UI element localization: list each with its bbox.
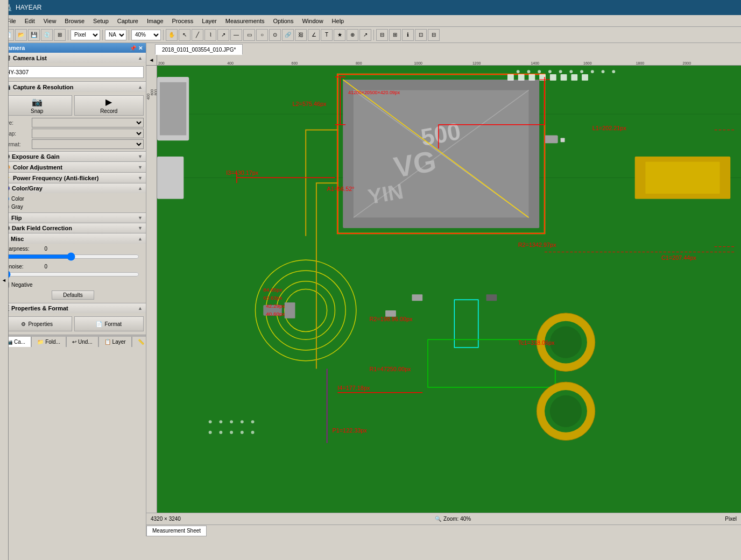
toolbar-layers[interactable]: ⊟ <box>376 29 388 41</box>
format-row: Format: <box>2 139 144 149</box>
doc-tab-main[interactable]: 2018_0101_003554_010.JPG* <box>155 44 243 55</box>
menu-view[interactable]: View <box>39 17 61 25</box>
toolbar-circle[interactable]: ⊙ <box>269 29 281 41</box>
gray-radio-label[interactable]: Gray <box>11 204 23 210</box>
menu-layer[interactable]: Layer <box>197 17 221 25</box>
negative-row: Negative <box>2 281 144 288</box>
toolbar-link[interactable]: 🔗 <box>282 29 294 41</box>
camera-device-item[interactable]: HY-3307 <box>2 66 144 78</box>
color-gray-content: Color Gray <box>0 193 146 212</box>
toolbar-grid[interactable]: ⊞ <box>54 29 66 41</box>
pin-icon[interactable]: 📌 <box>130 45 136 51</box>
toolbar-cursor[interactable]: ↖ <box>179 29 190 41</box>
format-select[interactable] <box>32 139 144 149</box>
menu-help[interactable]: Help <box>328 17 349 25</box>
toolbar-poly[interactable]: ⌇ <box>204 29 216 41</box>
toolbar-connect[interactable]: ⛓ <box>295 29 307 41</box>
properties-button[interactable]: ⚙ Properties <box>2 316 72 331</box>
toolbar-arrow[interactable]: ↗ <box>217 29 229 41</box>
sharpness-slider[interactable] <box>2 253 139 260</box>
toolbar-info[interactable]: ℹ <box>402 29 414 41</box>
tab-layer[interactable]: 📋 Layer <box>98 336 132 347</box>
tab-folder[interactable]: 📁 Fold... <box>31 336 66 347</box>
svg-rect-55 <box>528 74 535 81</box>
properties-btn-icon: ⚙ <box>21 321 26 327</box>
camera-list-content: HY-3307 <box>0 63 146 81</box>
live-select[interactable] <box>32 118 144 127</box>
toolbar-ellipse[interactable]: ○ <box>256 29 268 41</box>
defaults-button[interactable]: Defaults <box>52 290 94 300</box>
toolbar-window[interactable]: ⊟ <box>428 29 440 41</box>
camera-panel-header[interactable]: Camera 📌 ✕ <box>0 43 146 53</box>
exposure-collapse[interactable]: ▼ <box>138 154 143 159</box>
menu-measurements[interactable]: Measurements <box>221 17 269 25</box>
flip-header[interactable]: ↔ Flip ▼ <box>0 213 146 223</box>
zoom-select[interactable]: 40% <box>131 30 161 40</box>
pixel-select[interactable]: Pixel <box>70 30 100 40</box>
toolbar-grid2[interactable]: ⊞ <box>389 29 401 41</box>
properties-format-header[interactable]: 🖼 Properties & Format ▲ <box>0 303 146 313</box>
close-icon[interactable]: ✕ <box>138 45 143 51</box>
toolbar-line[interactable]: ╱ <box>192 29 203 41</box>
sep1 <box>68 30 68 40</box>
color-adj-header[interactable]: 🎨 Color Adjustment ▼ <box>0 162 146 172</box>
flip-collapse[interactable]: ▼ <box>138 215 143 221</box>
camera-list-header[interactable]: 🎥 Camera List ▲ <box>0 53 146 63</box>
toolbar-hand[interactable]: ✋ <box>166 29 178 41</box>
live-row: Live: <box>2 118 144 127</box>
toolbar-angle[interactable]: ∠ <box>308 29 320 41</box>
dark-field-header[interactable]: Dark Field Correction ▼ <box>0 223 146 233</box>
snap-select[interactable] <box>32 129 144 138</box>
record-button[interactable]: ▶ Record <box>74 95 144 116</box>
svg-point-22 <box>241 431 244 434</box>
na-select[interactable]: NA <box>105 30 126 40</box>
menu-setup[interactable]: Setup <box>89 17 113 25</box>
tab-undo[interactable]: ↩ Und... <box>66 336 98 347</box>
misc-header[interactable]: ⚙ Misc ▲ <box>0 233 146 244</box>
toolbar-star[interactable]: ★ <box>334 29 345 41</box>
power-freq-header[interactable]: ⚡ Power Frequency (Anti-flicker) ▼ <box>0 173 146 183</box>
toolbar-save2[interactable]: 💿 <box>41 29 53 41</box>
menu-image[interactable]: Image <box>143 17 168 25</box>
power-freq-collapse[interactable]: ▼ <box>138 175 143 181</box>
toolbar-open[interactable]: 📂 <box>15 29 27 41</box>
toolbar-text[interactable]: T <box>321 29 333 41</box>
menu-browse[interactable]: Browse <box>60 17 89 25</box>
menu-process[interactable]: Process <box>168 17 198 25</box>
misc-collapse[interactable]: ▲ <box>138 236 143 242</box>
capture-collapse[interactable]: ▲ <box>138 84 143 90</box>
camera-list-collapse[interactable]: ▲ <box>138 55 143 61</box>
toolbar-rect[interactable]: ▭ <box>243 29 255 41</box>
tab-mea[interactable]: 📏 Mea... <box>132 336 146 347</box>
color-adj-collapse[interactable]: ▼ <box>138 165 143 170</box>
format-button[interactable]: 📄 Format <box>74 316 144 331</box>
color-gray-header[interactable]: Color/Gray ▲ <box>0 183 146 193</box>
menu-bar: File Edit View Browse Setup Capture Imag… <box>0 15 741 27</box>
denoise-slider[interactable] <box>2 271 139 278</box>
menu-capture[interactable]: Capture <box>113 17 143 25</box>
exposure-header[interactable]: Exposure & Gain ▼ <box>0 152 146 161</box>
meas-tab-label: Measurement Sheet <box>152 528 201 534</box>
toolbar-diag[interactable]: ↗ <box>359 29 371 41</box>
svg-rect-26 <box>157 157 184 199</box>
content-area: ◄ 2018_0101_003554_010.JPG* ◄ 200 400 60… <box>146 43 741 536</box>
toolbar-hline[interactable]: — <box>230 29 242 41</box>
dark-field-collapse[interactable]: ▼ <box>138 225 143 231</box>
nav-arrow[interactable]: ◄ <box>146 55 157 66</box>
toolbar-zoom-fit[interactable]: ⊡ <box>415 29 427 41</box>
menu-options[interactable]: Options <box>269 17 298 25</box>
capture-content: 📷 Snap ▶ Record Live: Snap: <box>0 92 146 151</box>
measurement-sheet-tab[interactable]: Measurement Sheet <box>146 526 207 536</box>
menu-window[interactable]: Window <box>298 17 327 25</box>
negative-label[interactable]: Negative <box>11 282 32 288</box>
capture-header[interactable]: 📷 Capture & Resolution ▲ <box>0 82 146 92</box>
snap-button[interactable]: 📷 Snap <box>2 95 72 116</box>
menu-edit[interactable]: Edit <box>20 17 39 25</box>
color-radio-label[interactable]: Color <box>11 196 24 202</box>
image-area[interactable]: ◄ 200 400 600 800 1000 1200 1400 1600 18… <box>146 55 741 513</box>
properties-format-collapse[interactable]: ▲ <box>138 306 143 311</box>
toolbar-save[interactable]: 💾 <box>28 29 40 41</box>
svg-rect-59 <box>571 74 577 81</box>
color-gray-collapse[interactable]: ▲ <box>138 186 143 191</box>
toolbar-stamp[interactable]: ⊕ <box>347 29 358 41</box>
